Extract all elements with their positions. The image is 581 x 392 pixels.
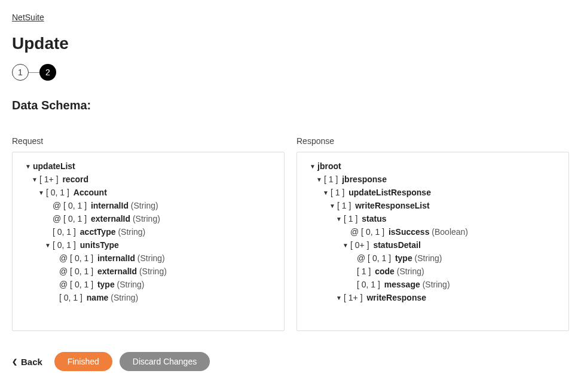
chevron-down-icon[interactable]: ▼ (30, 176, 39, 183)
tree-node: ▼[ 1+ ] record (19, 173, 278, 186)
tree-node-label[interactable]: [ 1 ] jbresponse (324, 174, 387, 184)
tree-node: [ 0, 1 ] name (String) (19, 291, 278, 304)
step-2[interactable]: 2 (39, 64, 56, 81)
tree-node: ▼updateList (19, 160, 278, 173)
tree-node-label[interactable]: [ 0, 1 ] acctType (String) (53, 227, 145, 237)
tree-node-label[interactable]: @ [ 0, 1 ] internalId (String) (53, 201, 158, 210)
breadcrumb[interactable]: NetSuite (12, 13, 44, 22)
tree-node-label[interactable]: [ 0, 1 ] name (String) (59, 293, 138, 302)
chevron-down-icon[interactable]: ▼ (321, 189, 331, 196)
tree-node-label[interactable]: [ 1 ] status (344, 214, 386, 223)
back-button[interactable]: ❮ Back (12, 357, 47, 367)
tree-node-label[interactable]: [ 1 ] code (String) (357, 267, 424, 276)
tree-node-label[interactable]: [ 0, 1 ] Account (46, 188, 107, 197)
chevron-down-icon[interactable]: ▼ (314, 176, 324, 183)
tree-node-label[interactable]: [ 1 ] writeResponseList (337, 201, 430, 210)
request-label: Request (12, 136, 285, 146)
tree-node: ▼[ 1 ] updateListResponse (303, 186, 562, 199)
chevron-down-icon[interactable]: ▼ (334, 295, 344, 301)
response-tree: ▼jbroot▼[ 1 ] jbresponse▼[ 1 ] updateLis… (296, 152, 569, 331)
step-1[interactable]: 1 (12, 64, 29, 81)
step-connector (29, 72, 39, 73)
discard-button[interactable]: Discard Changes (120, 352, 210, 371)
tree-node-label[interactable]: [ 1+ ] record (39, 174, 88, 184)
chevron-down-icon[interactable]: ▼ (308, 163, 317, 170)
tree-node: ▼[ 0, 1 ] Account (19, 186, 278, 199)
tree-node: @ [ 0, 1 ] internalId (String) (19, 252, 278, 265)
tree-node-label[interactable]: [ 0+ ] statusDetail (350, 240, 421, 250)
tree-node-label[interactable]: [ 1 ] updateListResponse (331, 188, 431, 197)
tree-node: [ 0, 1 ] acctType (String) (19, 225, 278, 238)
tree-node-label[interactable]: @ [ 0, 1 ] externalId (String) (53, 214, 160, 223)
tree-node: ▼[ 1 ] jbresponse (303, 173, 562, 186)
response-label: Response (296, 136, 569, 146)
section-title: Data Schema: (12, 99, 569, 112)
tree-node: ▼[ 1 ] writeResponseList (303, 199, 562, 212)
tree-node: @ [ 0, 1 ] externalId (String) (19, 212, 278, 225)
tree-node: @ [ 0, 1 ] internalId (String) (19, 199, 278, 212)
back-label: Back (21, 357, 42, 367)
tree-node: [ 0, 1 ] message (String) (303, 278, 562, 291)
tree-node-label[interactable]: @ [ 0, 1 ] isSuccess (Boolean) (350, 227, 468, 237)
tree-node-label[interactable]: [ 1+ ] writeResponse (344, 293, 426, 302)
tree-node-label[interactable]: jbroot (317, 161, 341, 171)
chevron-down-icon[interactable]: ▼ (334, 216, 344, 222)
stepper: 1 2 (12, 64, 569, 81)
tree-node: @ [ 0, 1 ] type (String) (303, 252, 562, 265)
tree-node-label[interactable]: @ [ 0, 1 ] internalId (String) (59, 253, 165, 263)
chevron-down-icon[interactable]: ▼ (23, 163, 33, 170)
page-title: Update (12, 34, 569, 53)
tree-node: ▼[ 1+ ] writeResponse (303, 291, 562, 304)
tree-node: @ [ 0, 1 ] externalId (String) (19, 265, 278, 278)
tree-node: @ [ 0, 1 ] type (String) (19, 278, 278, 291)
request-tree: ▼updateList▼[ 1+ ] record▼[ 0, 1 ] Accou… (12, 152, 285, 331)
chevron-down-icon[interactable]: ▼ (36, 189, 46, 196)
tree-node: ▼[ 0+ ] statusDetail (303, 238, 562, 252)
chevron-down-icon[interactable]: ▼ (341, 242, 350, 249)
tree-node-label[interactable]: @ [ 0, 1 ] externalId (String) (59, 267, 167, 276)
tree-node: ▼[ 0, 1 ] unitsType (19, 238, 278, 252)
chevron-down-icon[interactable]: ▼ (43, 242, 53, 249)
tree-node-label[interactable]: [ 0, 1 ] message (String) (357, 280, 450, 289)
tree-node-label[interactable]: @ [ 0, 1 ] type (String) (357, 253, 442, 263)
tree-node: ▼jbroot (303, 160, 562, 173)
chevron-left-icon: ❮ (12, 358, 17, 366)
tree-node: @ [ 0, 1 ] isSuccess (Boolean) (303, 225, 562, 238)
tree-node-label[interactable]: updateList (33, 161, 75, 171)
tree-node-label[interactable]: [ 0, 1 ] unitsType (53, 240, 119, 250)
tree-node-label[interactable]: @ [ 0, 1 ] type (String) (59, 280, 145, 289)
tree-node: ▼[ 1 ] status (303, 212, 562, 225)
chevron-down-icon[interactable]: ▼ (328, 203, 337, 209)
tree-node: [ 1 ] code (String) (303, 265, 562, 278)
finished-button[interactable]: Finished (54, 352, 112, 371)
